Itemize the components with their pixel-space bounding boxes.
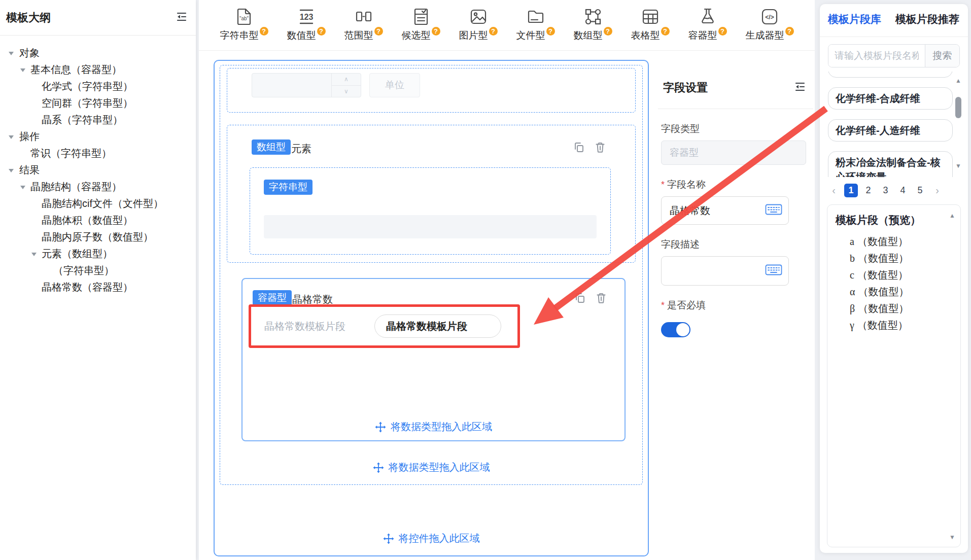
preview-item[interactable]: a（数值型） <box>850 233 960 250</box>
scroll-up-icon[interactable]: ▲ <box>955 78 961 84</box>
tree-node-lattice-constant[interactable]: 晶格常数（容器型） <box>0 279 196 296</box>
keyboard-icon[interactable] <box>765 263 782 278</box>
drop-data-zone[interactable]: 将数据类型拖入此区域 <box>242 420 625 434</box>
caret-down-icon[interactable] <box>9 169 14 172</box>
tree-node-string-child[interactable]: （字符串型） <box>0 262 196 279</box>
toolbar-item-image-type[interactable]: 图片型? <box>459 7 498 50</box>
search-button[interactable]: 搜索 <box>925 45 959 67</box>
help-badge-icon[interactable]: ? <box>546 27 555 36</box>
tree-node-basic-info[interactable]: 基本信息（容器型） <box>0 61 196 78</box>
pagination: ‹ 1 2 3 4 5 › <box>827 184 963 197</box>
unit-button[interactable]: 单位 <box>369 73 420 97</box>
collapse-panel-icon[interactable] <box>794 81 806 95</box>
scroll-down-icon[interactable]: ▼ <box>949 534 955 541</box>
fragment-search-group: 搜索 <box>828 44 960 67</box>
array-type-tag: 数组型 <box>252 139 291 155</box>
help-badge-icon[interactable]: ? <box>489 27 498 36</box>
drop-widget-zone[interactable]: 将控件拖入此区域 <box>214 532 649 545</box>
tab-fragment-recommend[interactable]: 模板片段推荐 <box>895 12 959 26</box>
help-badge-icon[interactable]: ? <box>260 27 268 36</box>
caret-down-icon[interactable] <box>9 135 14 139</box>
tree-node-cell-structure[interactable]: 晶胞结构（容器型） <box>0 179 196 195</box>
list-item[interactable]: 粉末冶金法制备合金-核心环境变量 <box>828 151 953 177</box>
help-badge-icon[interactable]: ? <box>432 27 440 36</box>
toolbar-item-candidate-type[interactable]: 候选型? <box>402 7 440 50</box>
tab-fragment-library[interactable]: 模板片段库 <box>828 12 881 26</box>
list-item[interactable]: 化学纤维-人造纤维 <box>828 119 953 142</box>
caret-down-icon[interactable] <box>31 253 37 256</box>
help-badge-icon[interactable]: ? <box>317 27 326 36</box>
help-badge-icon[interactable]: ? <box>785 27 794 36</box>
preview-item[interactable]: β（数值型） <box>850 300 960 317</box>
caret-down-icon[interactable] <box>20 186 25 189</box>
page-button[interactable]: 1 <box>844 184 858 197</box>
caret-down-icon[interactable] <box>20 68 25 72</box>
help-badge-icon[interactable]: ? <box>374 27 383 36</box>
number-input-value[interactable] <box>252 74 331 97</box>
page-prev-icon[interactable]: ‹ <box>827 184 841 197</box>
toolbar-item-range-type[interactable]: 范围型? <box>344 7 383 50</box>
tree-node-cif-file[interactable]: 晶胞结构cif文件（文件型） <box>0 195 196 212</box>
collapse-panel-icon[interactable] <box>176 11 188 25</box>
move-icon <box>375 422 386 433</box>
toolbar-item-array-type[interactable]: 数组型? <box>574 7 612 50</box>
tree-node-cell-volume[interactable]: 晶胞体积（数值型） <box>0 212 196 229</box>
list-item-partial[interactable] <box>828 72 953 78</box>
svg-text:"ab": "ab" <box>239 16 249 21</box>
page-next-icon[interactable]: › <box>930 184 944 197</box>
list-scrollbar[interactable]: ▲ ▼ <box>955 78 962 177</box>
divider <box>820 37 968 37</box>
number-input[interactable]: ∧ ∨ <box>252 73 361 97</box>
list-item[interactable]: 化学纤维-合成纤维 <box>828 87 953 110</box>
tree-node-common-sense[interactable]: 常识（字符串型） <box>0 145 196 162</box>
tree-node-operation[interactable]: 操作 <box>0 128 196 145</box>
toolbar-item-file-type[interactable]: 文件型? <box>516 7 555 50</box>
stepper-down-icon[interactable]: ∨ <box>332 86 361 97</box>
caret-down-icon[interactable] <box>9 52 14 55</box>
tree-node-object[interactable]: 对象 <box>0 45 196 61</box>
delete-icon[interactable] <box>595 291 608 306</box>
toolbar-item-generator-type[interactable]: </> 生成器型? <box>746 7 794 50</box>
drop-data-zone[interactable]: 将数据类型拖入此区域 <box>220 461 643 474</box>
required-toggle[interactable] <box>661 322 690 337</box>
container-field-group[interactable]: 容器型 晶格常数 将数据类型拖入此区域 <box>241 278 626 441</box>
stepper-up-icon[interactable]: ∧ <box>332 74 361 86</box>
tree-node-chemical-formula[interactable]: 化学式（字符串型） <box>0 78 196 95</box>
page-button[interactable]: 2 <box>861 184 875 197</box>
tree-node-space-group[interactable]: 空间群（字符串型） <box>0 95 196 112</box>
preview-item[interactable]: c（数值型） <box>850 267 960 284</box>
tree-node-atoms-in-cell[interactable]: 晶胞内原子数（数值型） <box>0 229 196 246</box>
fragment-list: 化学纤维-合成纤维 化学纤维-人造纤维 粉末冶金法制备合金-核心环境变量 ▲ ▼ <box>828 72 960 177</box>
fragment-search-input[interactable] <box>828 45 925 67</box>
toolbar-item-table-type[interactable]: 表格型? <box>631 7 670 50</box>
preview-item[interactable]: α（数值型） <box>850 284 960 300</box>
scrollbar-thumb[interactable] <box>955 97 961 118</box>
keyboard-icon[interactable] <box>765 203 782 219</box>
help-badge-icon[interactable]: ? <box>604 27 612 36</box>
tree-node-crystal-system[interactable]: 晶系（字符串型） <box>0 112 196 128</box>
help-badge-icon[interactable]: ? <box>718 27 727 36</box>
number-stepper: ∧ ∨ <box>331 74 361 97</box>
page-button[interactable]: 3 <box>879 184 892 197</box>
svg-text:</>: </> <box>765 14 774 21</box>
scroll-up-icon[interactable]: ▲ <box>949 212 955 219</box>
field-name-input[interactable]: 晶格常数 <box>661 196 789 225</box>
delete-icon[interactable] <box>594 141 607 156</box>
page-button[interactable]: 4 <box>896 184 910 197</box>
duplicate-icon[interactable] <box>573 291 586 306</box>
toolbar-item-string-type[interactable]: "ab" 字符串型? <box>220 7 268 50</box>
tree-node-element-array[interactable]: 元素（数组型） <box>0 246 196 262</box>
field-desc-input[interactable] <box>661 256 789 286</box>
preview-item[interactable]: γ（数值型） <box>850 317 960 334</box>
preview-item[interactable]: b（数值型） <box>850 250 960 267</box>
tree-node-result[interactable]: 结果 <box>0 162 196 179</box>
toolbar-item-number-type[interactable]: 123 数值型? <box>287 7 326 50</box>
fragment-name-input[interactable] <box>374 314 501 338</box>
toolbar-item-container-type[interactable]: 容器型? <box>688 7 727 50</box>
duplicate-icon[interactable] <box>572 141 585 156</box>
scroll-down-icon[interactable]: ▼ <box>955 163 961 169</box>
page-button[interactable]: 5 <box>913 184 927 197</box>
string-input[interactable] <box>264 215 597 238</box>
preview-title: 模板片段（预览） <box>827 205 960 227</box>
help-badge-icon[interactable]: ? <box>661 27 670 36</box>
